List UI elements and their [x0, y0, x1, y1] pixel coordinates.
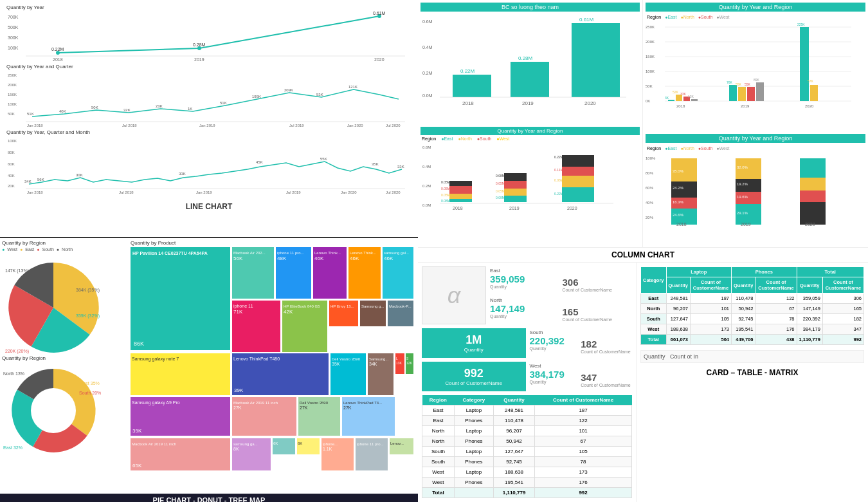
treemap-item-samsung-g: Samsung g...	[360, 301, 386, 326]
svg-rect-86	[449, 186, 472, 194]
treemap-area: Quantity by Product HP Pavilion 14 CE023…	[129, 238, 418, 494]
treemap-item-macbook2019-last: Macbook Air 2019 11 inch 65K	[131, 438, 230, 470]
svg-text:200K: 200K	[8, 83, 17, 87]
svg-text:121K: 121K	[348, 85, 357, 89]
treemap-item-samsung2: Samsung... 34K	[368, 353, 393, 395]
svg-text:700K: 700K	[8, 15, 19, 19]
matrix-total-row: Total 661,073 564 449,706 438 1,110,779 …	[641, 335, 864, 345]
svg-text:North 13%: North 13%	[3, 371, 24, 376]
svg-text:Jul 2019: Jul 2019	[286, 191, 301, 194]
table-row: SouthPhones92,74578	[422, 457, 632, 467]
svg-text:0.08M: 0.08M	[441, 199, 450, 203]
svg-text:24.2%: 24.2%	[673, 186, 684, 190]
treemap-item-iphone11: iphone 11 71K	[232, 301, 280, 352]
svg-rect-100	[562, 187, 594, 202]
pie-donut-area: Quantity by Region ●West ●East ●South ●N…	[0, 238, 129, 494]
svg-text:40K: 40K	[8, 174, 15, 178]
svg-rect-136	[756, 82, 764, 101]
bc-so-luong-panel: BC so luong theo nam 0.6M 0.4M 0.2M 0.0M…	[418, 0, 643, 247]
south-stats-box: South 220,392 Quantity 182 Count of Cust…	[529, 328, 633, 358]
svg-text:45K: 45K	[256, 160, 263, 164]
svg-rect-101	[562, 176, 594, 187]
treemap-item-hp-envy: HP Envy 13...	[329, 301, 358, 326]
svg-rect-143	[810, 85, 818, 101]
matrix-row-west: West 188,638 173 195,541 176 384,179 347	[641, 324, 864, 335]
qty-region-bars1: 0.6M 0.4M 0.2M 0.0M 0.08M 0.05M 0.05M 0.…	[420, 142, 633, 226]
svg-text:220K (20%): 220K (20%)	[5, 349, 29, 354]
svg-text:East 32%: East 32%	[3, 445, 23, 450]
th-category: Category	[454, 395, 493, 405]
quantity-label: Quantity	[427, 347, 521, 353]
count-card: 992 Count of CustomerName	[422, 362, 526, 391]
svg-text:2020: 2020	[805, 222, 815, 227]
svg-text:Jan 2020: Jan 2020	[347, 124, 363, 127]
svg-rect-85	[449, 194, 472, 199]
south-qty: South 220,392 Quantity	[530, 330, 580, 357]
west-count: 347 Count of CustomerName	[581, 363, 631, 390]
matrix-total-header: Total	[797, 267, 863, 277]
svg-text:2018: 2018	[676, 222, 687, 227]
svg-text:100K: 100K	[8, 139, 17, 143]
svg-text:56K: 56K	[37, 178, 44, 181]
svg-text:0.4M: 0.4M	[422, 165, 431, 169]
treemap-container: HP Pavilion 14 CE0237TU 4PA64PA 86K Macb…	[131, 247, 413, 492]
west-stats-box: West 384,179 Quantity 347 Count of Custo…	[529, 362, 633, 391]
svg-text:60%: 60%	[646, 186, 654, 190]
svg-rect-72	[572, 23, 620, 97]
svg-text:33K: 33K	[397, 165, 404, 169]
north-count-label: Count of CustomerName	[563, 317, 631, 322]
qty-year-region-legend1: Region ●East ●North ●South ●West	[646, 14, 865, 21]
qty-year-region-legend2: Region ●East ●North ●South ●West	[646, 145, 865, 152]
svg-text:100%: 100%	[646, 156, 656, 160]
svg-text:384K (35%): 384K (35%)	[76, 288, 100, 293]
svg-text:250K: 250K	[8, 73, 17, 77]
svg-text:2020: 2020	[567, 206, 577, 210]
svg-rect-173	[800, 202, 826, 225]
svg-rect-142	[800, 27, 809, 101]
logo-box: α	[422, 266, 486, 324]
quantity-value: 1M	[427, 333, 521, 347]
svg-text:0.22M: 0.22M	[460, 68, 475, 74]
svg-text:50K: 50K	[646, 84, 653, 88]
svg-text:South 20%: South 20%	[79, 391, 101, 395]
svg-text:57K: 57K	[808, 79, 814, 83]
svg-text:250K: 250K	[646, 25, 655, 29]
svg-text:0.2M: 0.2M	[422, 71, 433, 75]
svg-text:0.22M: 0.22M	[51, 47, 64, 51]
treemap-item-leno: L 13K	[395, 353, 404, 374]
qty-year-region-svg1: 250K 200K 150K 100K 50K 0K	[646, 21, 858, 130]
svg-text:Jan 2018: Jan 2018	[27, 124, 43, 127]
svg-text:Jan 2020: Jan 2020	[341, 191, 357, 194]
bottom-cards-row: 992 Count of CustomerName West 384,179 Q…	[422, 362, 632, 391]
svg-text:0.0M: 0.0M	[422, 93, 433, 98]
svg-text:Jul 2018: Jul 2018	[119, 191, 134, 194]
matrix-table: Category Laptop Phones Total Quantity Co…	[640, 266, 864, 345]
matrix-count-h1: Count of CustomerName	[690, 277, 731, 293]
north-count-stats: 165 Count of CustomerName	[561, 296, 633, 324]
svg-text:0.05M: 0.05M	[441, 180, 450, 184]
north-count: 165	[563, 306, 631, 317]
svg-text:0.22M: 0.22M	[554, 155, 563, 159]
svg-text:West 35%: West 35%	[79, 381, 100, 386]
east-qty-label: Quantity	[490, 284, 559, 289]
svg-text:147K (13%): 147K (13%)	[5, 268, 29, 274]
cards-top-row: α East 359,059 Quantity 306 Count of Cus…	[422, 266, 632, 324]
svg-text:30K: 30K	[76, 173, 83, 177]
svg-rect-127	[691, 99, 698, 101]
pie-chart-svg: 384K (35%) 359K (32%) 220K (20%) 147K (1…	[2, 253, 127, 353]
matrix-section: Category Laptop Phones Total Quantity Co…	[637, 263, 868, 502]
svg-text:3K: 3K	[665, 96, 669, 100]
svg-rect-102	[562, 167, 594, 176]
matrix-count-h2: Count of CustomerName	[755, 277, 797, 293]
svg-text:0.05M: 0.05M	[496, 181, 505, 185]
matrix-row-north: North 96,207 101 50,942 67 147,149 165	[641, 304, 864, 314]
svg-text:500K: 500K	[8, 25, 19, 30]
matrix-row-south: South 127,647 105 92,745 78 220,392 182	[641, 314, 864, 324]
treemap-title: Quantity by Product	[131, 240, 416, 246]
svg-text:2019: 2019	[509, 206, 520, 210]
treemap-item-lenovo-t4: Lenovo ThinkPad T4... 27K	[342, 397, 395, 436]
svg-text:24.6%: 24.6%	[673, 213, 684, 217]
table-row: NorthPhones50,94267	[422, 436, 632, 447]
svg-rect-70	[453, 75, 491, 97]
south-quantity: 220,392	[530, 335, 580, 346]
